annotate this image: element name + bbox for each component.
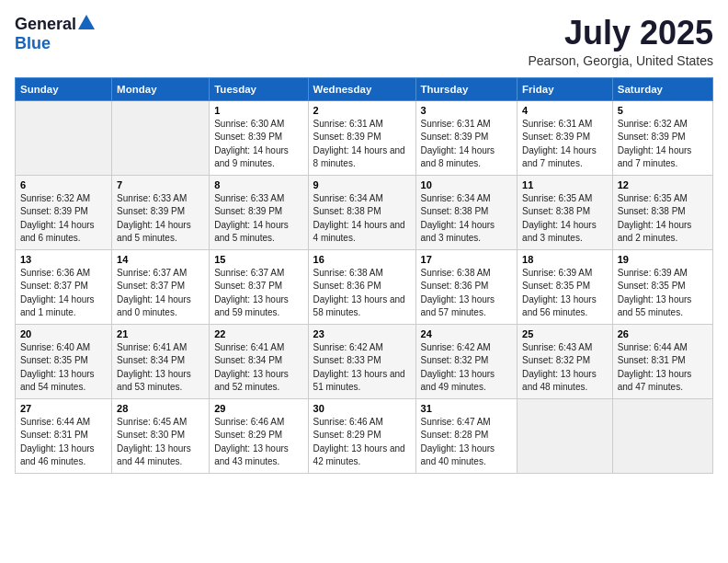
logo: General Blue [15, 15, 95, 53]
svg-marker-0 [78, 15, 95, 29]
day-info: Sunrise: 6:33 AM Sunset: 8:39 PM Dayligh… [117, 192, 204, 246]
day-info: Sunrise: 6:42 AM Sunset: 8:33 PM Dayligh… [313, 341, 411, 395]
day-info: Sunrise: 6:44 AM Sunset: 8:31 PM Dayligh… [618, 341, 708, 395]
calendar-cell [518, 398, 613, 473]
calendar-cell: 13Sunrise: 6:36 AM Sunset: 8:37 PM Dayli… [16, 249, 112, 324]
day-number: 25 [522, 328, 608, 339]
day-number: 31 [421, 403, 513, 414]
calendar-week-row: 6Sunrise: 6:32 AM Sunset: 8:39 PM Daylig… [16, 175, 713, 249]
day-info: Sunrise: 6:31 AM Sunset: 8:39 PM Dayligh… [421, 118, 513, 171]
calendar-table: SundayMondayTuesdayWednesdayThursdayFrid… [15, 77, 713, 474]
day-info: Sunrise: 6:42 AM Sunset: 8:32 PM Dayligh… [421, 341, 513, 395]
calendar-cell: 14Sunrise: 6:37 AM Sunset: 8:37 PM Dayli… [112, 249, 210, 324]
logo-triangle-icon [78, 15, 95, 33]
calendar-cell: 27Sunrise: 6:44 AM Sunset: 8:31 PM Dayli… [16, 398, 112, 473]
day-info: Sunrise: 6:30 AM Sunset: 8:39 PM Dayligh… [214, 118, 302, 171]
day-number: 5 [618, 105, 708, 116]
day-info: Sunrise: 6:38 AM Sunset: 8:36 PM Dayligh… [421, 267, 513, 320]
calendar-cell: 22Sunrise: 6:41 AM Sunset: 8:34 PM Dayli… [210, 324, 308, 398]
day-number: 26 [618, 328, 708, 339]
calendar-cell: 6Sunrise: 6:32 AM Sunset: 8:39 PM Daylig… [16, 175, 112, 249]
calendar-cell: 20Sunrise: 6:40 AM Sunset: 8:35 PM Dayli… [16, 324, 112, 398]
day-info: Sunrise: 6:37 AM Sunset: 8:37 PM Dayligh… [214, 267, 302, 320]
day-info: Sunrise: 6:38 AM Sunset: 8:36 PM Dayligh… [313, 267, 411, 320]
day-number: 20 [20, 328, 107, 339]
day-number: 29 [214, 403, 302, 414]
day-info: Sunrise: 6:32 AM Sunset: 8:39 PM Dayligh… [618, 118, 708, 171]
day-info: Sunrise: 6:46 AM Sunset: 8:29 PM Dayligh… [214, 416, 302, 469]
day-info: Sunrise: 6:31 AM Sunset: 8:39 PM Dayligh… [313, 118, 411, 171]
day-number: 10 [421, 179, 513, 190]
calendar-cell: 31Sunrise: 6:47 AM Sunset: 8:28 PM Dayli… [415, 398, 518, 473]
calendar-cell: 18Sunrise: 6:39 AM Sunset: 8:35 PM Dayli… [518, 249, 613, 324]
day-number: 8 [214, 179, 302, 190]
calendar-cell: 2Sunrise: 6:31 AM Sunset: 8:39 PM Daylig… [308, 100, 415, 175]
day-number: 15 [214, 254, 302, 265]
logo-general: General [15, 15, 76, 34]
calendar-cell: 15Sunrise: 6:37 AM Sunset: 8:37 PM Dayli… [210, 249, 308, 324]
calendar-cell [112, 100, 210, 175]
day-info: Sunrise: 6:33 AM Sunset: 8:39 PM Dayligh… [214, 192, 302, 246]
day-number: 9 [313, 179, 411, 190]
calendar-cell: 23Sunrise: 6:42 AM Sunset: 8:33 PM Dayli… [308, 324, 415, 398]
day-number: 3 [421, 105, 513, 116]
day-number: 18 [522, 254, 608, 265]
day-info: Sunrise: 6:47 AM Sunset: 8:28 PM Dayligh… [421, 416, 513, 469]
calendar-cell: 9Sunrise: 6:34 AM Sunset: 8:38 PM Daylig… [308, 175, 415, 249]
weekday-header-thursday: Thursday [415, 77, 518, 100]
day-info: Sunrise: 6:35 AM Sunset: 8:38 PM Dayligh… [522, 192, 608, 246]
day-info: Sunrise: 6:34 AM Sunset: 8:38 PM Dayligh… [421, 192, 513, 246]
weekday-header-wednesday: Wednesday [308, 77, 415, 100]
calendar-week-row: 1Sunrise: 6:30 AM Sunset: 8:39 PM Daylig… [16, 100, 713, 175]
day-info: Sunrise: 6:43 AM Sunset: 8:32 PM Dayligh… [522, 341, 608, 395]
day-number: 13 [20, 254, 107, 265]
day-number: 17 [421, 254, 513, 265]
weekday-header-sunday: Sunday [16, 77, 112, 100]
calendar-cell: 30Sunrise: 6:46 AM Sunset: 8:29 PM Dayli… [308, 398, 415, 473]
month-title: July 2025 [528, 15, 713, 52]
calendar-cell: 17Sunrise: 6:38 AM Sunset: 8:36 PM Dayli… [415, 249, 518, 324]
calendar-cell: 10Sunrise: 6:34 AM Sunset: 8:38 PM Dayli… [415, 175, 518, 249]
title-section: July 2025 Pearson, Georgia, United State… [528, 15, 713, 68]
calendar-cell: 5Sunrise: 6:32 AM Sunset: 8:39 PM Daylig… [612, 100, 712, 175]
day-number: 6 [20, 179, 107, 190]
day-number: 1 [214, 105, 302, 116]
calendar-cell: 26Sunrise: 6:44 AM Sunset: 8:31 PM Dayli… [612, 324, 712, 398]
calendar-week-row: 13Sunrise: 6:36 AM Sunset: 8:37 PM Dayli… [16, 249, 713, 324]
weekday-header-row: SundayMondayTuesdayWednesdayThursdayFrid… [16, 77, 713, 100]
day-number: 14 [117, 254, 204, 265]
page-header: General Blue July 2025 Pearson, Georgia,… [15, 15, 713, 68]
calendar-cell: 25Sunrise: 6:43 AM Sunset: 8:32 PM Dayli… [518, 324, 613, 398]
calendar-cell: 21Sunrise: 6:41 AM Sunset: 8:34 PM Dayli… [112, 324, 210, 398]
day-number: 19 [618, 254, 708, 265]
calendar-cell: 16Sunrise: 6:38 AM Sunset: 8:36 PM Dayli… [308, 249, 415, 324]
location: Pearson, Georgia, United States [528, 53, 713, 68]
day-number: 27 [20, 403, 107, 414]
calendar-cell: 24Sunrise: 6:42 AM Sunset: 8:32 PM Dayli… [415, 324, 518, 398]
day-number: 24 [421, 328, 513, 339]
day-number: 16 [313, 254, 411, 265]
day-info: Sunrise: 6:36 AM Sunset: 8:37 PM Dayligh… [20, 267, 107, 320]
day-number: 4 [522, 105, 608, 116]
calendar-cell: 7Sunrise: 6:33 AM Sunset: 8:39 PM Daylig… [112, 175, 210, 249]
day-info: Sunrise: 6:45 AM Sunset: 8:30 PM Dayligh… [117, 416, 204, 469]
day-number: 30 [313, 403, 411, 414]
day-number: 22 [214, 328, 302, 339]
day-info: Sunrise: 6:34 AM Sunset: 8:38 PM Dayligh… [313, 192, 411, 246]
day-number: 7 [117, 179, 204, 190]
day-number: 23 [313, 328, 411, 339]
calendar-cell: 12Sunrise: 6:35 AM Sunset: 8:38 PM Dayli… [612, 175, 712, 249]
day-info: Sunrise: 6:35 AM Sunset: 8:38 PM Dayligh… [618, 192, 708, 246]
day-info: Sunrise: 6:41 AM Sunset: 8:34 PM Dayligh… [214, 341, 302, 395]
weekday-header-saturday: Saturday [612, 77, 712, 100]
day-info: Sunrise: 6:44 AM Sunset: 8:31 PM Dayligh… [20, 416, 107, 469]
weekday-header-friday: Friday [518, 77, 613, 100]
day-info: Sunrise: 6:40 AM Sunset: 8:35 PM Dayligh… [20, 341, 107, 395]
calendar-cell: 28Sunrise: 6:45 AM Sunset: 8:30 PM Dayli… [112, 398, 210, 473]
calendar-week-row: 20Sunrise: 6:40 AM Sunset: 8:35 PM Dayli… [16, 324, 713, 398]
calendar-cell: 3Sunrise: 6:31 AM Sunset: 8:39 PM Daylig… [415, 100, 518, 175]
calendar-cell: 19Sunrise: 6:39 AM Sunset: 8:35 PM Dayli… [612, 249, 712, 324]
calendar-cell [612, 398, 712, 473]
weekday-header-monday: Monday [112, 77, 210, 100]
calendar-cell: 4Sunrise: 6:31 AM Sunset: 8:39 PM Daylig… [518, 100, 613, 175]
